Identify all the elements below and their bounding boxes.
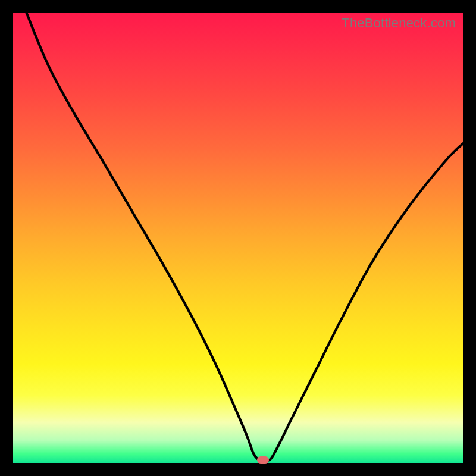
chart-frame: TheBottleneck.com (0, 0, 476, 476)
bottleneck-curve (13, 13, 463, 463)
optimal-marker (257, 456, 269, 464)
plot-area: TheBottleneck.com (13, 13, 463, 463)
watermark-text: TheBottleneck.com (342, 15, 456, 31)
